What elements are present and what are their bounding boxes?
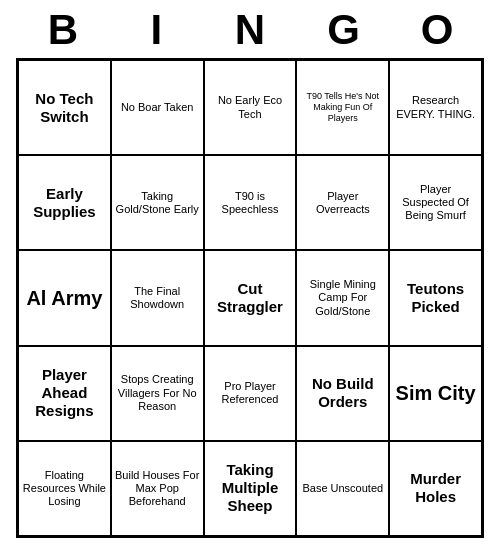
bingo-cell: Build Houses For Max Pop Beforehand	[111, 441, 204, 536]
bingo-cell: Player Suspected Of Being Smurf	[389, 155, 482, 250]
title-letter: G	[316, 6, 372, 54]
bingo-cell: No Build Orders	[296, 346, 389, 441]
bingo-title: BINGO	[16, 0, 484, 58]
title-letter: N	[222, 6, 278, 54]
bingo-cell: Pro Player Referenced	[204, 346, 297, 441]
bingo-cell: Cut Straggler	[204, 250, 297, 345]
bingo-cell: Al Army	[18, 250, 111, 345]
bingo-cell: Player Overreacts	[296, 155, 389, 250]
bingo-cell: Sim City	[389, 346, 482, 441]
bingo-cell: Stops Creating Villagers For No Reason	[111, 346, 204, 441]
bingo-cell: T90 Tells He's Not Making Fun Of Players	[296, 60, 389, 155]
bingo-cell: Murder Holes	[389, 441, 482, 536]
bingo-cell: No Early Eco Tech	[204, 60, 297, 155]
bingo-cell: Research EVERY. THING.	[389, 60, 482, 155]
bingo-cell: Single Mining Camp For Gold/Stone	[296, 250, 389, 345]
bingo-cell: The Final Showdown	[111, 250, 204, 345]
bingo-cell: Taking Multiple Sheep	[204, 441, 297, 536]
bingo-cell: Floating Resources While Losing	[18, 441, 111, 536]
title-letter: B	[35, 6, 91, 54]
title-letter: I	[128, 6, 184, 54]
bingo-cell: Early Supplies	[18, 155, 111, 250]
bingo-grid: No Tech SwitchNo Boar TakenNo Early Eco …	[16, 58, 484, 538]
bingo-cell: Teutons Picked	[389, 250, 482, 345]
bingo-cell: No Tech Switch	[18, 60, 111, 155]
bingo-cell: T90 is Speechless	[204, 155, 297, 250]
bingo-cell: No Boar Taken	[111, 60, 204, 155]
bingo-cell: Taking Gold/Stone Early	[111, 155, 204, 250]
bingo-cell: Base Unscouted	[296, 441, 389, 536]
title-letter: O	[409, 6, 465, 54]
bingo-cell: Player Ahead Resigns	[18, 346, 111, 441]
